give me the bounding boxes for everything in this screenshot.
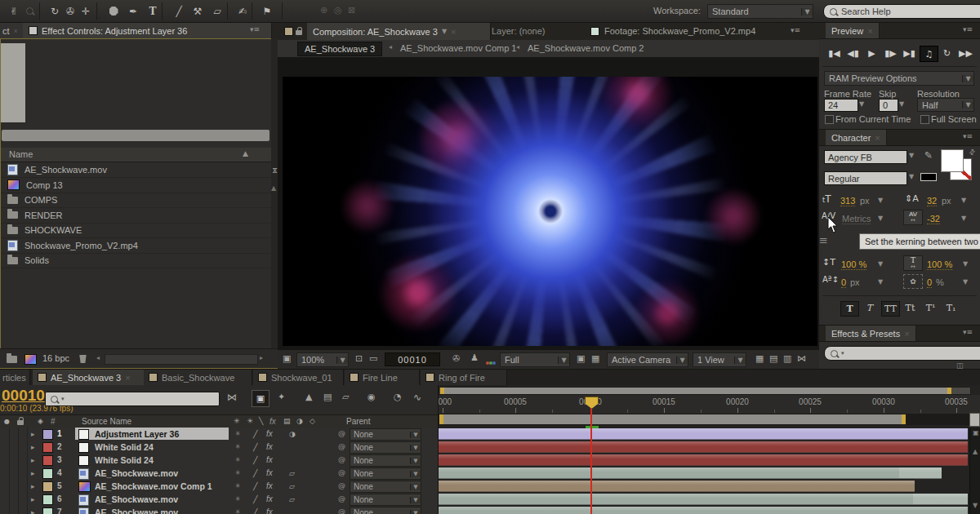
project-scroll-horizontal[interactable] — [2, 130, 270, 141]
go-to-start-button[interactable]: ▮◀ — [826, 46, 843, 60]
tab-footage[interactable]: Footage: Shockwave_Promo_V2.mp4 — [604, 26, 755, 36]
shy-switch[interactable]: ✳ — [235, 443, 241, 450]
panel-menu-icon[interactable]: ▾≡ — [963, 329, 973, 336]
tab-effect-controls[interactable]: Effect Controls: Adjustment Layer 36 — [23, 23, 272, 38]
layer-row[interactable]: ▸7AE_Shockwave.mov✳╱fx@None▼ — [0, 506, 438, 514]
frame-blend-switch[interactable]: ▱ — [289, 495, 295, 503]
audio-toggle-button[interactable]: ♫ — [920, 46, 938, 62]
scroll-left-icon[interactable]: ◂ — [96, 355, 100, 361]
breadcrumb-comp1[interactable]: AE_Shockwave.mov Comp 1 — [400, 43, 516, 53]
time-navigator-track[interactable] — [439, 387, 971, 395]
project-item[interactable]: AE_Shockwave.mov — [1, 162, 278, 178]
layer-toggle-cell[interactable] — [18, 428, 28, 441]
target-region-icon[interactable]: ▣ — [577, 354, 585, 363]
horizontal-scroll-nub[interactable] — [969, 413, 980, 427]
shy-switch[interactable]: ✳ — [235, 482, 241, 490]
previous-frame-button[interactable]: ◀▮ — [844, 46, 862, 60]
ram-preview-button[interactable]: ▶▶ — [957, 46, 974, 60]
workspace-dropdown[interactable]: Standard ▼ — [707, 4, 813, 19]
parent-dropdown[interactable]: None▼ — [350, 428, 421, 441]
brainstorm-icon[interactable]: ◉ — [368, 392, 376, 401]
close-icon[interactable]: × — [125, 373, 130, 383]
local-axis-icon[interactable]: ⊕ — [320, 5, 327, 16]
mini-flowchart-icon[interactable]: ⋈ — [797, 354, 806, 363]
layer-row[interactable]: ▸6AE_Shockwave.mov✳╱fx▱@None▼ — [0, 493, 438, 507]
trash-icon[interactable] — [78, 355, 87, 363]
font-style-dropdown[interactable]: Regular — [824, 171, 907, 185]
quality-switch[interactable]: ╱ — [253, 508, 257, 514]
layer-name[interactable]: AE_Shockwave.mov Comp 1 — [95, 481, 212, 491]
chevron-down-icon[interactable]: ▼ — [961, 215, 966, 222]
kerning-value[interactable]: Metrics — [842, 214, 871, 224]
parent-dropdown[interactable]: None▼ — [350, 481, 421, 493]
pickwhip-icon[interactable]: @ — [338, 429, 345, 437]
layer-duration-bar[interactable] — [439, 481, 915, 492]
layer-expand-arrow[interactable]: ▸ — [31, 443, 35, 451]
horizontal-scale-value[interactable]: 100 % — [927, 259, 952, 270]
chevron-down-icon[interactable]: ▼ — [909, 153, 914, 159]
tab-composition[interactable]: Composition: AE_Shockwave 3 ▼ × — [307, 23, 491, 40]
exposure-icon[interactable]: ▤ — [769, 354, 777, 363]
layer-expand-arrow[interactable]: ▸ — [31, 456, 35, 464]
layer-label-swatch[interactable] — [42, 494, 53, 505]
always-preview-icon[interactable]: ▣ — [283, 354, 291, 363]
type-tool[interactable]: T — [145, 4, 160, 18]
flowchart-icon[interactable]: ⋈ — [271, 167, 278, 174]
faux-bold-button[interactable]: T — [840, 301, 859, 317]
pickwhip-icon[interactable]: @ — [338, 494, 345, 503]
camera-tool[interactable]: ✇ — [63, 4, 78, 18]
tab-effects-presets[interactable]: Effects & Presets× — [826, 326, 916, 341]
parent-dropdown[interactable]: None▼ — [350, 494, 421, 506]
timeline-tab[interactable]: Shockwave_01 — [253, 370, 344, 385]
help-search-box[interactable]: Search Help — [823, 4, 980, 19]
draft-3d-icon[interactable]: ✦ — [278, 392, 285, 401]
quality-switch[interactable]: ╱ — [253, 469, 257, 477]
layer-duration-bar[interactable] — [439, 494, 968, 505]
parent-dropdown[interactable]: None▼ — [350, 441, 421, 454]
scroll-up-icon[interactable]: ▲ — [973, 449, 978, 455]
grid-options-icon[interactable]: ▦ — [755, 354, 764, 363]
layer-duration-bar[interactable] — [439, 454, 968, 466]
pan-behind-tool[interactable]: ✛ — [78, 4, 93, 18]
quality-switch[interactable]: ╱ — [253, 482, 257, 490]
chevron-down-icon[interactable]: ▼ — [878, 197, 883, 204]
layer-toggle-cell[interactable] — [18, 493, 28, 506]
layer-toggle-cell[interactable] — [18, 506, 28, 514]
panel-menu-icon[interactable]: ▾≡ — [963, 26, 973, 33]
panel-menu-icon[interactable]: ▾≡ — [963, 133, 973, 140]
transparency-grid-icon[interactable]: ▦ — [591, 354, 599, 363]
chevron-down-icon[interactable]: ▼ — [963, 261, 968, 268]
chevron-down-icon[interactable]: ▼ — [442, 29, 447, 35]
frame-blending-icon[interactable]: ▤ — [323, 392, 332, 401]
tsume-value[interactable]: 0 — [927, 277, 932, 288]
from-current-time-checkbox[interactable] — [825, 115, 834, 124]
quality-switch[interactable]: ╱ — [253, 456, 257, 464]
parent-dropdown[interactable]: None▼ — [350, 454, 421, 467]
fill-black-mini-swatch[interactable] — [920, 173, 937, 181]
tab-character[interactable]: Character× — [826, 130, 887, 145]
font-family-dropdown[interactable]: Agency FB — [824, 150, 907, 164]
layer-label-swatch[interactable] — [42, 468, 53, 479]
layer-name[interactable]: AE_Shockwave.mov — [95, 507, 178, 514]
fx-switch[interactable]: fx — [266, 455, 273, 464]
new-composition-icon[interactable] — [24, 354, 37, 365]
faux-all-caps-button[interactable]: TT — [881, 301, 900, 317]
composition-view[interactable] — [283, 77, 817, 346]
resolution-dropdown[interactable]: Full▼ — [500, 352, 570, 367]
eyedropper-icon[interactable]: ✐ — [923, 151, 933, 159]
faux-subscript-button[interactable]: T₁ — [942, 301, 960, 315]
puppet-pin-tool[interactable]: ⚑ — [260, 4, 274, 18]
fx-switch[interactable]: fx — [266, 507, 273, 514]
layer-expand-arrow[interactable]: ▸ — [31, 495, 35, 503]
layer-name[interactable]: White Solid 24 — [95, 442, 154, 452]
project-item[interactable]: RENDER — [1, 208, 278, 224]
font-size-value[interactable]: 313 — [840, 196, 855, 206]
layer-label-swatch[interactable] — [42, 442, 53, 453]
pickwhip-icon[interactable]: @ — [338, 455, 345, 463]
timeline-vscrollbar[interactable]: ▣ ▲ ▼ — [969, 428, 980, 514]
timeline-button-icon[interactable]: ▥ — [783, 354, 791, 363]
project-item[interactable]: SHOCKWAVE — [1, 223, 278, 238]
tab-preview[interactable]: Preview× — [826, 23, 880, 38]
effects-search-box[interactable]: ▾ — [824, 346, 980, 361]
timeline-tab-active[interactable]: AE_Shockwave 3× — [33, 370, 145, 385]
